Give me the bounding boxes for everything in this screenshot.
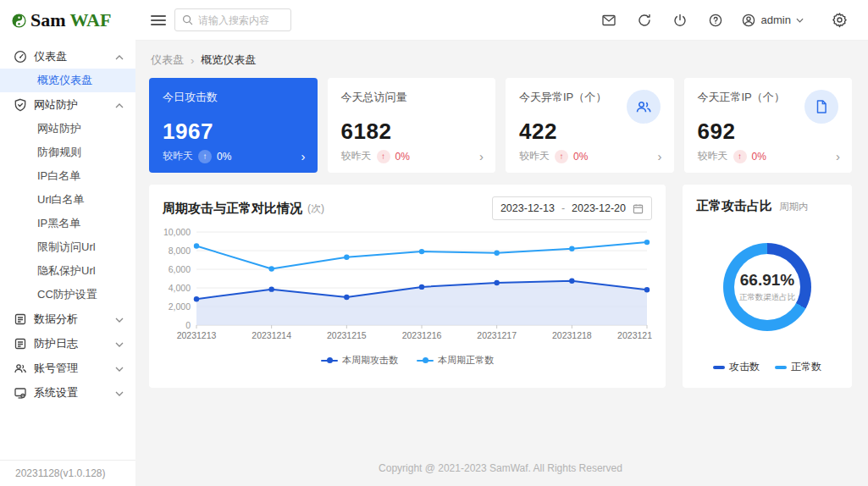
sidebar-group-account-management[interactable]: 账号管理 bbox=[0, 356, 135, 380]
help-icon[interactable] bbox=[702, 7, 729, 34]
sidebar-item-overview-dashboard[interactable]: 概览仪表盘 bbox=[0, 69, 135, 92]
svg-text:20231213: 20231213 bbox=[177, 330, 217, 340]
sidebar-group-label: 数据分析 bbox=[34, 312, 78, 327]
card-detail-link[interactable]: › bbox=[836, 150, 840, 163]
sidebar-item-label: 限制访问Url bbox=[37, 240, 96, 255]
search-box[interactable] bbox=[174, 8, 291, 31]
change-percent: 0% bbox=[573, 151, 588, 163]
donut-title: 正常攻击占比 bbox=[696, 198, 772, 214]
sidebar-item-ip-blacklist[interactable]: IP黑名单 bbox=[0, 212, 135, 235]
breadcrumb-separator: › bbox=[191, 54, 194, 67]
search-input[interactable] bbox=[198, 14, 283, 26]
line-chart-legend: 本周期攻击数 本周期正常数 bbox=[163, 354, 652, 367]
svg-text:4,000: 4,000 bbox=[169, 283, 191, 293]
sidebar-group-system-settings[interactable]: 系统设置 bbox=[0, 380, 135, 405]
trend-up-icon: ↑ bbox=[377, 150, 390, 163]
legend-attack-count[interactable]: 攻击数 bbox=[713, 360, 760, 374]
sidebar-item-label: 防御规则 bbox=[37, 145, 81, 160]
card-value: 6182 bbox=[341, 119, 483, 145]
legend-normal-count[interactable]: 正常数 bbox=[775, 360, 821, 374]
trend-up-icon: ↑ bbox=[555, 150, 568, 163]
refresh-icon[interactable] bbox=[631, 7, 658, 34]
line-chart-svg: 02,0004,0006,0008,00010,0002023121320231… bbox=[163, 225, 652, 352]
legend-normal-series[interactable]: 本周期正常数 bbox=[417, 354, 494, 367]
donut-percent-label: 正常数渠道占比 bbox=[739, 292, 796, 303]
copyright: Copyright @ 2021-2023 SamWaf. All Rights… bbox=[149, 450, 852, 486]
sidebar-group-dashboard[interactable]: 仪表盘 bbox=[0, 44, 135, 69]
card-detail-link[interactable]: › bbox=[658, 150, 662, 163]
breadcrumb-dashboard[interactable]: 仪表盘 bbox=[151, 52, 184, 68]
change-percent: 0% bbox=[217, 151, 231, 163]
card-today-visits[interactable]: 今天总访问量 6182 较昨天 ↑ 0% › bbox=[328, 78, 496, 173]
sidebar-item-label: 概览仪表盘 bbox=[37, 73, 92, 88]
sidebar-item-restricted-url[interactable]: 限制访问Url bbox=[0, 235, 135, 259]
attack-trend-panel: 周期攻击与正常对比情况 (次) 2023-12-13 - 2023-12-20 … bbox=[149, 185, 666, 388]
sidebar-group-protection-log[interactable]: 防护日志 bbox=[0, 331, 135, 356]
app-root: SamWAF 仪表盘 概览仪表盘 网站防护 网站防护 防御规则 IP白名单 Ur… bbox=[0, 0, 868, 486]
legend-attack-series[interactable]: 本周期攻击数 bbox=[321, 354, 398, 367]
file-icon bbox=[804, 90, 838, 124]
svg-text:20231216: 20231216 bbox=[402, 330, 442, 340]
sidebar-item-site-protection[interactable]: 网站防护 bbox=[0, 117, 135, 141]
logo[interactable]: SamWAF bbox=[0, 0, 135, 41]
svg-text:6,000: 6,000 bbox=[169, 264, 191, 274]
date-range-picker[interactable]: 2023-12-13 - 2023-12-20 bbox=[492, 196, 652, 220]
sidebar-item-label: 网站防护 bbox=[37, 121, 81, 136]
svg-text:20231215: 20231215 bbox=[327, 330, 367, 340]
donut-legend: 攻击数 正常数 bbox=[696, 360, 838, 374]
legend-label: 本周期正常数 bbox=[438, 354, 494, 367]
menu-toggle-icon[interactable] bbox=[151, 15, 166, 25]
sidebar-group-label: 系统设置 bbox=[34, 385, 78, 400]
chart-unit: (次) bbox=[307, 202, 324, 216]
svg-text:0: 0 bbox=[185, 320, 191, 330]
svg-text:20231217: 20231217 bbox=[477, 330, 517, 340]
sidebar: SamWAF 仪表盘 概览仪表盘 网站防护 网站防护 防御规则 IP白名单 Ur… bbox=[0, 0, 135, 486]
chevron-down-icon bbox=[796, 18, 804, 23]
legend-marker bbox=[775, 366, 787, 369]
search-icon bbox=[182, 14, 193, 25]
sidebar-item-label: CC防护设置 bbox=[37, 287, 97, 302]
trend-up-icon: ↑ bbox=[198, 150, 212, 163]
users-icon bbox=[14, 362, 27, 375]
sidebar-item-label: Url白名单 bbox=[37, 192, 85, 207]
compare-label: 较昨天 bbox=[698, 149, 728, 163]
svg-text:8,000: 8,000 bbox=[169, 246, 191, 256]
sidebar-item-label: IP黑名单 bbox=[37, 216, 80, 231]
chevron-down-icon bbox=[115, 362, 124, 374]
legend-marker bbox=[417, 360, 434, 362]
stat-cards: 今日攻击数 1967 较昨天 ↑ 0% › 今天总访问量 6182 较昨天 ↑ bbox=[149, 78, 852, 173]
legend-label: 正常数 bbox=[791, 360, 821, 374]
gauge-icon bbox=[14, 50, 27, 64]
card-abnormal-ip[interactable]: 今天异常IP（个） 422 较昨天 ↑ 0% › bbox=[506, 78, 674, 173]
logo-text-sam: Sam bbox=[30, 9, 66, 31]
line-chart: 02,0004,0006,0008,00010,0002023121320231… bbox=[163, 225, 652, 352]
sidebar-item-defense-rules[interactable]: 防御规则 bbox=[0, 141, 135, 164]
settings-gear-icon[interactable] bbox=[826, 7, 853, 34]
sidebar-item-privacy-url[interactable]: 隐私保护Url bbox=[0, 259, 135, 283]
chevron-down-icon bbox=[115, 337, 124, 350]
sidebar-item-ip-whitelist[interactable]: IP白名单 bbox=[0, 164, 135, 188]
svg-text:20231214: 20231214 bbox=[252, 330, 291, 340]
content: 仪表盘 › 概览仪表盘 今日攻击数 1967 较昨天 ↑ 0% › 今 bbox=[135, 41, 868, 486]
sidebar-item-cc-protection[interactable]: CC防护设置 bbox=[0, 283, 135, 307]
chevron-down-icon bbox=[115, 312, 124, 325]
calendar-icon bbox=[633, 203, 644, 214]
users-icon bbox=[627, 90, 661, 124]
user-menu[interactable]: admin bbox=[738, 13, 807, 28]
sidebar-item-label: 隐私保护Url bbox=[37, 263, 96, 279]
sidebar-group-label: 账号管理 bbox=[34, 361, 78, 376]
card-detail-link[interactable]: › bbox=[479, 150, 484, 163]
breadcrumb: 仪表盘 › 概览仪表盘 bbox=[151, 52, 852, 68]
sidebar-group-data-analysis[interactable]: 数据分析 bbox=[0, 307, 135, 331]
mail-icon[interactable] bbox=[595, 7, 622, 34]
legend-marker bbox=[321, 360, 338, 362]
sidebar-group-site-protection[interactable]: 网站防护 bbox=[0, 92, 135, 117]
sidebar-group-label: 仪表盘 bbox=[34, 49, 67, 64]
power-icon[interactable] bbox=[666, 7, 694, 34]
card-detail-link[interactable]: › bbox=[301, 150, 306, 163]
donut-chart: 66.91% 正常数渠道占比 bbox=[723, 243, 811, 331]
donut-percent: 66.91% bbox=[740, 271, 794, 290]
card-normal-ip[interactable]: 今天正常IP（个） 692 较昨天 ↑ 0% › bbox=[684, 78, 853, 173]
card-today-attacks[interactable]: 今日攻击数 1967 较昨天 ↑ 0% › bbox=[149, 78, 318, 173]
sidebar-item-url-whitelist[interactable]: Url白名单 bbox=[0, 188, 135, 212]
